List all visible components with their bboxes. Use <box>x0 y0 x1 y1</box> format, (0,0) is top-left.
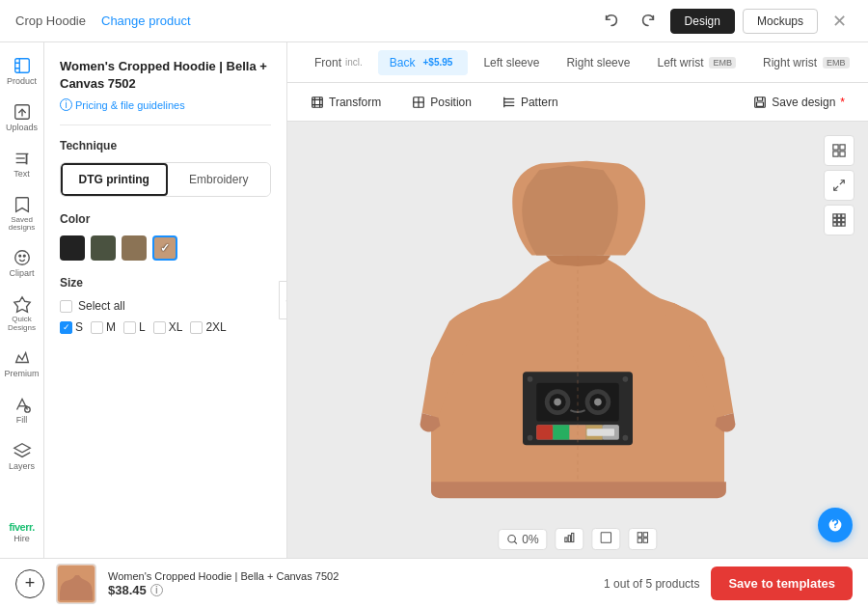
zoom-control[interactable]: 0% <box>498 529 547 550</box>
sidebar-label-saved: Saved designs <box>7 216 38 234</box>
sidebar-item-layers[interactable]: Layers <box>3 435 41 478</box>
hoodie-svg <box>394 156 761 523</box>
tab-right-wrist[interactable]: Right wrist EMB <box>751 50 861 75</box>
view-toggle-2[interactable] <box>629 528 658 550</box>
undo-button[interactable] <box>597 7 626 36</box>
sidebar-label-uploads: Uploads <box>6 124 38 133</box>
sidebar-item-uploads[interactable]: Uploads <box>3 97 41 139</box>
sidebar-item-premium[interactable]: Premium <box>3 343 41 385</box>
color-swatch-brown[interactable] <box>122 235 147 261</box>
size-checkbox-s[interactable]: ✓ <box>60 321 72 334</box>
sidebar-label-product: Product <box>7 77 37 87</box>
svg-rect-52 <box>833 214 837 218</box>
sidebar-icons: Product Uploads Text Saved designs Clipa… <box>0 42 44 558</box>
sidebar-item-text[interactable]: Text <box>3 143 41 185</box>
save-design-label: Save design <box>772 96 835 109</box>
color-swatches <box>60 235 271 261</box>
save-design-button[interactable]: Save design* <box>746 92 853 113</box>
size-label-m: M <box>106 320 116 334</box>
svg-rect-53 <box>837 214 841 218</box>
grid-9-button[interactable] <box>824 205 854 235</box>
svg-rect-70 <box>643 539 648 543</box>
size-item-2xl: 2XL <box>190 320 226 334</box>
size-label-xl: XL <box>169 320 183 334</box>
price-info-icon[interactable]: i <box>150 584 163 596</box>
design-tab-button[interactable]: Design <box>670 9 735 34</box>
svg-rect-63 <box>565 538 567 542</box>
svg-rect-56 <box>837 218 841 222</box>
size-item-m: M <box>91 320 116 334</box>
svg-point-43 <box>528 435 533 441</box>
color-swatch-peach[interactable] <box>152 235 177 261</box>
bottom-bar: + Women's Cropped Hoodie | Bella + Canva… <box>0 558 868 608</box>
sidebar-item-fiverr[interactable]: fiverr. Hire <box>3 515 41 550</box>
pattern-button[interactable]: Pattern <box>495 92 566 113</box>
size-item-xl: XL <box>153 320 183 334</box>
dtg-printing-button[interactable]: DTG printing <box>61 163 168 196</box>
svg-line-62 <box>514 540 517 543</box>
tab-front[interactable]: Front incl. <box>303 50 374 75</box>
mockups-tab-button[interactable]: Mockups <box>743 9 818 34</box>
close-button[interactable]: ✕ <box>826 8 853 35</box>
right-content: Front incl. Back +$5.95 Left sleeve Righ… <box>287 42 868 558</box>
sidebar-label-fiverr: Hire <box>14 535 30 544</box>
svg-point-7 <box>18 256 20 258</box>
redo-button[interactable] <box>634 7 663 36</box>
tab-right-sleeve[interactable]: Right sleeve <box>555 50 641 75</box>
svg-point-6 <box>14 251 29 265</box>
sidebar-item-clipart[interactable]: Clipart <box>3 242 41 285</box>
pattern-label: Pattern <box>521 96 558 109</box>
view-toggle-1[interactable] <box>592 528 621 550</box>
sidebar-item-fill[interactable]: Fill <box>3 389 41 431</box>
left-panel: Women's Cropped Hoodie | Bella + Canvas … <box>44 42 287 558</box>
position-button[interactable]: Position <box>404 92 479 113</box>
change-product-link[interactable]: Change product <box>101 14 191 28</box>
size-checkbox-xl[interactable] <box>153 321 166 334</box>
color-swatch-green[interactable] <box>91 235 116 261</box>
help-float-button[interactable] <box>818 508 853 542</box>
tab-back[interactable]: Back +$5.95 <box>378 50 469 75</box>
main-layout: Product Uploads Text Saved designs Clipa… <box>0 42 868 558</box>
bottom-product-name: Women's Cropped Hoodie | Bella + Canvas … <box>108 570 592 582</box>
tab-left-sleeve[interactable]: Left sleeve <box>472 50 551 75</box>
expand-button[interactable] <box>824 170 854 201</box>
size-options-row: ✓ S M L XL 2XL <box>60 320 271 334</box>
stats-button[interactable] <box>556 528 584 550</box>
size-checkbox-2xl[interactable] <box>190 321 203 334</box>
svg-line-50 <box>840 180 844 184</box>
crop-hoodie-title: Crop Hoodie <box>15 14 86 28</box>
svg-rect-58 <box>833 223 837 227</box>
grid-4-button[interactable] <box>824 135 854 166</box>
color-swatch-black[interactable] <box>60 235 85 261</box>
pricing-link[interactable]: i Pricing & file guidelines <box>60 98 271 111</box>
canvas-area[interactable]: 0% <box>287 122 868 558</box>
bottom-product-price: $38.45 i <box>108 583 592 597</box>
sidebar-item-quick-designs[interactable]: Quick Designs <box>3 289 41 339</box>
save-to-templates-button[interactable]: Save to templates <box>711 567 853 600</box>
svg-rect-57 <box>842 218 846 222</box>
transform-button[interactable]: Transform <box>303 92 389 113</box>
svg-rect-0 <box>14 59 29 73</box>
panel-collapse-button[interactable]: ‹ <box>279 281 287 319</box>
svg-rect-69 <box>637 539 642 543</box>
size-section: Size Select all ✓ S M L <box>60 276 271 334</box>
product-info: Women's Cropped Hoodie | Bella + Canvas … <box>108 570 592 597</box>
tab-front-label: Front <box>314 56 341 69</box>
products-count: 1 out of 5 products <box>604 577 699 591</box>
size-checkbox-m[interactable] <box>91 321 103 334</box>
size-checkbox-l[interactable] <box>123 321 136 334</box>
position-label: Position <box>430 96 472 109</box>
sidebar-item-product[interactable]: Product <box>3 50 41 93</box>
select-all-checkbox[interactable] <box>60 300 72 313</box>
size-item-l: L <box>123 320 146 334</box>
add-product-button[interactable]: + <box>15 569 44 598</box>
svg-point-33 <box>594 399 602 406</box>
svg-rect-67 <box>637 533 642 538</box>
tab-left-wrist[interactable]: Left wrist EMB <box>645 50 747 75</box>
sidebar-item-saved[interactable]: Saved designs <box>3 189 41 239</box>
embroidery-button[interactable]: Embroidery <box>168 163 271 196</box>
tab-left-wrist-label: Left wrist <box>657 56 703 69</box>
top-bar-left: Crop Hoodie Change product <box>15 14 582 28</box>
svg-rect-59 <box>837 223 841 227</box>
view-tabs-bar: Front incl. Back +$5.95 Left sleeve Righ… <box>287 42 868 83</box>
